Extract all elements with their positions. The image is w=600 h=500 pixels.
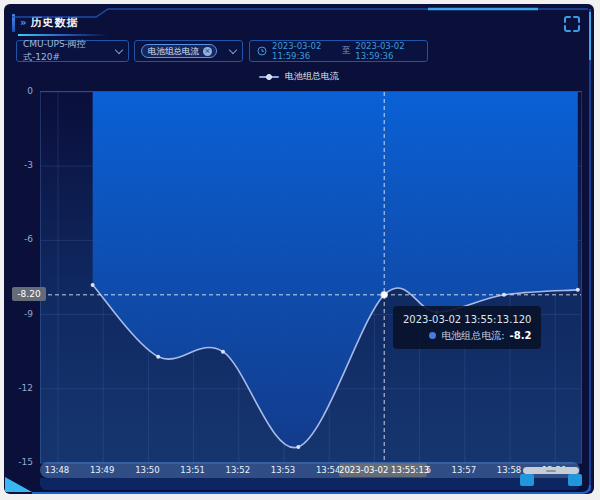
date-end: 2023-03-02 13:59:36 <box>355 41 420 61</box>
page-title: »历史数据 <box>20 15 78 30</box>
legend-line-marker-icon <box>259 73 279 81</box>
device-select[interactable]: CMU-UPS-阀控式-120# <box>16 40 129 62</box>
clock-icon <box>257 46 267 56</box>
metric-select[interactable]: 电池组总电流 × <box>134 40 243 62</box>
metric-tag: 电池组总电流 × <box>141 44 217 58</box>
line-chart <box>41 92 581 463</box>
y-axis-pointer-label: -8.20 <box>12 287 46 301</box>
y-tick-label: 0 <box>5 86 33 96</box>
date-range-picker[interactable]: 2023-03-02 11:59:36 至 2023-03-02 13:59:3… <box>249 40 428 62</box>
title-accent-bar <box>12 14 15 32</box>
date-separator: 至 <box>342 45 351 57</box>
y-tick-label: -12 <box>5 383 33 393</box>
x-tick-label: 13:53 <box>271 465 296 475</box>
x-tick-label: 13:54 <box>316 465 341 475</box>
x-tick-label: 13:48 <box>45 465 70 475</box>
corner-accent-triangle <box>5 477 32 492</box>
page-background: »历史数据 CMU-UPS-阀控式-120# 电池组总电流 × <box>0 0 600 500</box>
y-tick-label: -6 <box>5 234 33 244</box>
x-axis-pointer-label: 2023-03-02 13:55:13 <box>339 463 427 477</box>
legend[interactable]: 电池组总电流 <box>4 70 594 83</box>
x-tick-label: 13:57 <box>452 465 477 475</box>
chart-plot-area[interactable] <box>40 91 582 464</box>
datazoom-handle-right[interactable] <box>568 474 582 486</box>
x-tick-label: 13:51 <box>180 465 205 475</box>
datazoom-shadow <box>40 478 580 490</box>
scrollbar-grip-icon <box>546 470 556 472</box>
metric-tag-label: 电池组总电流 <box>148 46 199 56</box>
title-marker-icon: » <box>20 17 27 28</box>
fullscreen-icon[interactable] <box>562 14 582 34</box>
title-underline <box>18 34 108 36</box>
history-data-panel: »历史数据 CMU-UPS-阀控式-120# 电池组总电流 × <box>4 4 594 494</box>
x-tick-label: 13:50 <box>135 465 160 475</box>
y-tick-label: -9 <box>5 309 33 319</box>
y-tick-label: -15 <box>5 457 33 467</box>
remove-tag-icon[interactable]: × <box>203 47 212 56</box>
x-axis-band[interactable]: 13:4813:4913:5013:5113:5213:5313:5413:55… <box>40 462 580 478</box>
date-start: 2023-03-02 11:59:36 <box>272 41 337 61</box>
legend-label: 电池组总电流 <box>285 70 339 83</box>
x-tick-label: 13:58 <box>497 465 522 475</box>
datazoom-handle-left[interactable] <box>520 474 534 486</box>
x-tick-label: 13:52 <box>226 465 251 475</box>
chevron-down-icon <box>115 45 123 53</box>
page-title-text: 历史数据 <box>30 16 78 29</box>
device-select-value: CMU-UPS-阀控式-120# <box>23 38 116 64</box>
x-tick-label: 13:49 <box>90 465 115 475</box>
y-tick-label: -3 <box>5 160 33 170</box>
y-axis-labels: 0-3-6-9-12-15 <box>4 91 36 462</box>
scrollbar-thumb[interactable] <box>523 467 579 474</box>
chevron-down-icon <box>229 45 237 53</box>
